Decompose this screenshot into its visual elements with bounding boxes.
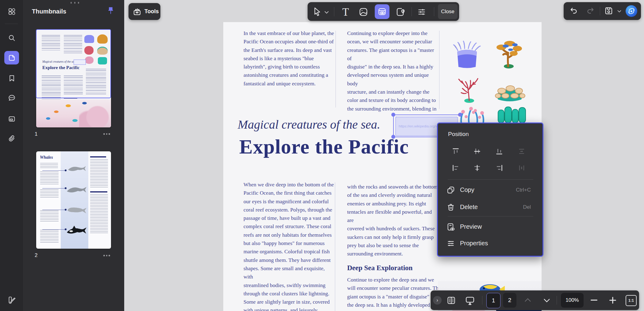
page-thumbnails-icon[interactable]	[4, 51, 19, 64]
mini-whale	[66, 205, 87, 216]
page-button-2[interactable]: 2	[503, 293, 516, 308]
organize-pages-icon[interactable]	[4, 112, 19, 126]
mini-heading-whales: Whales	[40, 155, 53, 160]
panel-drag-handle[interactable]	[71, 2, 79, 4]
page-navigation-toolbar: › 1 2 100% 1:1	[431, 290, 639, 310]
context-menu: Position	[437, 122, 543, 257]
distribute-vertical-button-disabled	[516, 146, 527, 157]
presentation-icon[interactable]	[465, 296, 475, 305]
attachment-icon[interactable]	[4, 132, 19, 146]
zoom-in-plus[interactable]	[609, 297, 616, 304]
thumbnail-viewport-indicator	[36, 29, 111, 98]
save-icon[interactable]	[604, 6, 613, 15]
thumbnail-page-1[interactable]: Magical creatures of the sea. Explore th…	[36, 29, 111, 127]
bookmark-icon[interactable]	[4, 71, 19, 85]
thumbnail-1-more-menu[interactable]	[103, 133, 110, 135]
panel-title: Thumbnails	[32, 8, 66, 15]
doc-title: Explore the Pacific	[239, 135, 409, 158]
mini-whale	[66, 164, 86, 174]
align-vertical-center-button[interactable]	[472, 146, 482, 157]
settings-sliders-icon[interactable]	[417, 8, 426, 16]
mini-whale	[66, 185, 87, 196]
column-divider	[335, 31, 336, 107]
rail-divider	[5, 24, 18, 24]
actual-size-button[interactable]: 1:1	[626, 295, 637, 306]
image-tool[interactable]	[358, 7, 368, 17]
align-top-button[interactable]	[450, 146, 461, 157]
menu-item-preview[interactable]: Preview	[438, 219, 541, 235]
swatches-icon[interactable]	[4, 293, 19, 307]
doc-bottom-col2: with the rocks and seaweeds at the botto…	[347, 183, 439, 258]
close-button[interactable]: Close	[438, 4, 458, 19]
app-window: Thumbnails Magical creatures of the sea.	[0, 0, 644, 311]
mini-photo	[36, 99, 111, 127]
tools-button[interactable]: Tools	[128, 3, 160, 20]
coral-anemone-image	[452, 40, 482, 69]
selection-handle[interactable]	[458, 113, 462, 117]
mini-fish	[72, 119, 78, 122]
file-actions-toolbar	[564, 2, 641, 20]
bookmark-position-tool[interactable]	[395, 7, 405, 17]
align-horizontal-center-button[interactable]	[472, 163, 482, 173]
page-up-chevron-disabled	[524, 298, 531, 302]
link-tool-active[interactable]	[375, 4, 389, 19]
reading-book-icon[interactable]	[447, 296, 456, 305]
context-menu-header: Position	[448, 131, 469, 138]
column-divider	[335, 182, 335, 311]
mini-whale-orca	[66, 224, 87, 238]
doc-section-para: Continue to explore the deep sea and we …	[347, 276, 442, 309]
align-bottom-button[interactable]	[494, 146, 504, 157]
coral-tree-image	[493, 39, 525, 68]
menu-item-delete[interactable]: Delete Del	[438, 200, 541, 215]
thumbnail-page-number: 2	[35, 252, 37, 259]
save-dropdown-chevron[interactable]	[617, 10, 622, 13]
selection-handle[interactable]	[391, 113, 395, 117]
distribute-horizontal-button-disabled	[516, 163, 527, 173]
search-icon[interactable]	[4, 31, 19, 45]
tools-button-label: Tools	[144, 8, 159, 15]
ai-assistant-logo[interactable]	[626, 5, 637, 17]
thumbnails-panel: Thumbnails Magical creatures of the sea.	[23, 0, 124, 311]
undo-icon[interactable]	[569, 7, 578, 15]
selection-handle[interactable]	[391, 135, 395, 139]
left-icon-rail	[0, 0, 23, 311]
mini-fish	[46, 117, 50, 120]
select-tool[interactable]	[312, 7, 322, 17]
thumbnail-page-2[interactable]: Whales	[36, 151, 111, 249]
toolbox-icon	[133, 7, 141, 16]
zoom-level-display[interactable]: 100%	[561, 293, 584, 308]
select-tool-dropdown-chevron[interactable]	[324, 11, 329, 14]
zoom-out-minus[interactable]	[591, 300, 597, 301]
page-button-1[interactable]: 1	[486, 293, 500, 308]
doc-tagline: Magical creatures of the sea.	[238, 117, 380, 132]
annotation-toolbar: T	[308, 2, 459, 21]
comment-icon[interactable]	[4, 91, 19, 105]
doc-top-col2: Continuing to explore deeper into the oc…	[347, 29, 439, 113]
menu-item-copy[interactable]: Copy Ctrl+C	[438, 182, 541, 198]
column-divider	[439, 31, 439, 109]
mini-fish	[82, 102, 87, 104]
mini-fish	[66, 104, 71, 107]
apps-grid-icon[interactable]	[4, 5, 19, 18]
doc-bottom-col1: When we dive deep into the bottom of the…	[243, 181, 335, 311]
coral-tube-image	[496, 106, 529, 123]
coral-mushroom-image	[493, 77, 526, 103]
thumbnail-2-more-menu[interactable]	[103, 255, 110, 256]
align-right-button[interactable]	[494, 163, 504, 173]
redo-icon-disabled	[586, 7, 595, 15]
menu-separator	[448, 216, 533, 216]
doc-section-heading: Deep Sea Exploration	[347, 264, 412, 272]
thumbnail-page-number: 1	[35, 131, 37, 137]
coral-red-branch-image	[454, 75, 485, 103]
text-tool[interactable]: T	[339, 6, 352, 18]
pin-icon[interactable]	[106, 6, 115, 15]
mini-fish	[54, 111, 59, 113]
menu-separator	[448, 179, 533, 180]
page-down-chevron[interactable]	[543, 298, 550, 302]
align-left-button[interactable]	[450, 163, 461, 173]
menu-item-properties[interactable]: Properties	[438, 236, 541, 251]
doc-top-col1: In the vast embrace of our blue planet, …	[243, 29, 335, 88]
toolbar-expand-chevron[interactable]: ›	[433, 296, 442, 305]
